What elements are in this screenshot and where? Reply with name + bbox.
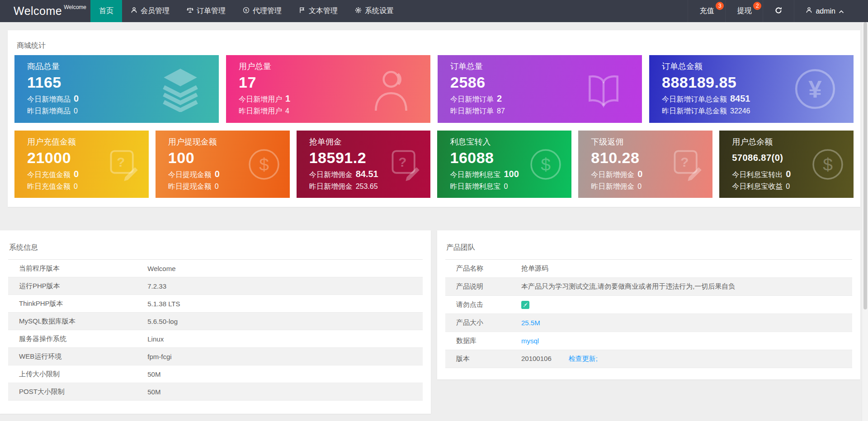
yesterday-value: 0: [215, 182, 219, 190]
row-value: Linux: [137, 330, 423, 348]
scrollbar-thumb[interactable]: [863, 22, 867, 309]
row-label: 请勿点击: [445, 296, 510, 314]
logo-superscript: Welcome: [64, 4, 86, 10]
stat-card-orders-total: 订单总量 2586 今日新增订单2 昨日新增订单87: [438, 55, 642, 123]
table-row: ThinkPHP版本5.1.38 LTS: [8, 295, 423, 313]
yesterday-value: 0: [786, 182, 790, 190]
nav-agents-label: 代理管理: [253, 6, 282, 16]
row-label: 产品大小: [445, 314, 510, 332]
card-title: 用户充值金额: [27, 136, 137, 147]
system-info-table: 当前程序版本Welcome 运行PHP版本7.2.33 ThinkPHP版本5.…: [8, 259, 423, 401]
yesterday-label: 昨日新增订单: [450, 107, 494, 115]
row-label: ThinkPHP版本: [8, 295, 137, 313]
today-value: 0: [74, 94, 79, 103]
stat-card-user-recharge: 用户充值金额 21000 今日充值金额0 昨日充值金额0 ?: [14, 131, 149, 198]
nav-members[interactable]: 会员管理: [122, 0, 178, 22]
user-menu[interactable]: admin: [794, 0, 855, 22]
today-value: 100: [504, 169, 519, 179]
row-value: 7.2.33: [137, 277, 423, 295]
card-title: 抢单佣金: [309, 136, 419, 147]
table-row: 请勿点击: [445, 296, 852, 314]
product-team-table: 产品名称抢单源码 产品说明本产品只为学习测试交流,请勿要做商业或者用于违法行为,…: [445, 259, 852, 368]
today-label: 今日新增订单: [450, 95, 494, 103]
nav-settings[interactable]: 系统设置: [346, 0, 402, 22]
yesterday-label: 昨日提现金额: [168, 182, 212, 190]
table-row: 产品名称抢单源码: [445, 260, 852, 278]
card-title: 利息宝转入: [450, 136, 560, 147]
yesterday-value: 4: [285, 107, 289, 115]
nav-text[interactable]: 文本管理: [290, 0, 346, 22]
table-row: 产品说明本产品只为学习测试交流,请勿要做商业或者用于违法行为,一切后果自负: [445, 278, 852, 296]
panel-title: 系统信息: [9, 243, 38, 253]
system-info-panel: 系统信息 当前程序版本Welcome 运行PHP版本7.2.33 ThinkPH…: [0, 230, 431, 414]
stat-card-order-commission: 抢单佣金 18591.2 今日新增佣金84.51 昨日新增佣金253.65 ?: [297, 131, 431, 198]
row-value: 20100106检查更新;: [510, 350, 852, 368]
panel-title: 产品团队: [446, 243, 475, 253]
row-label: POST大小限制: [8, 383, 137, 401]
stats-row-1: 商品总量 1165 今日新增商品0 昨日新增商品0 用户总量 17 今日新增用户…: [14, 55, 854, 123]
withdraw-badge: 2: [753, 2, 761, 10]
product-team-panel: 产品团队 产品名称抢单源码 产品说明本产品只为学习测试交流,请勿要做商业或者用于…: [437, 230, 860, 379]
database-link[interactable]: mysql: [521, 337, 539, 345]
today-label: 今日新增佣金: [591, 171, 634, 178]
table-row: 数据库mysql: [445, 332, 852, 350]
nav-orders-label: 订单管理: [197, 6, 226, 16]
table-row: POST大小限制50M: [8, 383, 423, 401]
today-label: 今日新增利息宝: [450, 171, 500, 178]
yesterday-value: 87: [497, 107, 505, 115]
stat-card-user-balance: 用户总余额 57086.87(0) 今日利息宝转出0 今日利息宝收益0 $: [719, 131, 854, 198]
refresh-button[interactable]: [763, 0, 794, 22]
help-edit-icon: ?: [387, 147, 422, 182]
navbar: Welcome Welcome 首页 会员管理 订单管理 $ 代理管理 文本管理…: [0, 0, 868, 22]
refresh-icon: [774, 6, 783, 16]
product-size-link[interactable]: 25.5M: [521, 319, 540, 327]
withdraw-button[interactable]: 提现 2: [725, 0, 763, 22]
yesterday-value: 32246: [730, 107, 750, 115]
version-value: 20100106: [521, 355, 552, 362]
nav-orders[interactable]: 订单管理: [178, 0, 234, 22]
recharge-badge: 3: [716, 2, 724, 10]
dollar-circle-icon: $: [246, 147, 282, 182]
svg-text:$: $: [245, 8, 247, 12]
row-value: 5.6.50-log: [137, 313, 423, 330]
today-label: 今日充值金额: [27, 171, 71, 178]
row-value: Welcome: [137, 260, 423, 277]
nav-home-label: 首页: [99, 6, 113, 16]
nav-settings-label: 系统设置: [365, 6, 394, 16]
today-label: 今日新增订单总金额: [662, 95, 727, 103]
table-row: 运行PHP版本7.2.33: [8, 277, 423, 295]
svg-text:?: ?: [117, 154, 125, 169]
yesterday-label: 昨日新增用户: [239, 107, 282, 115]
gear-icon: [355, 7, 365, 15]
today-label: 今日新增商品: [27, 95, 71, 103]
recharge-label: 充值: [699, 6, 714, 16]
vertical-scrollbar[interactable]: [862, 22, 868, 421]
today-value: 8451: [730, 94, 750, 103]
nav-members-label: 会员管理: [141, 6, 170, 16]
table-row: 版本 20100106检查更新;: [445, 350, 852, 368]
yesterday-label: 今日利息宝收益: [732, 182, 783, 190]
today-value: 0: [637, 169, 642, 179]
rocket-icon[interactable]: [521, 301, 529, 309]
table-row: 当前程序版本Welcome: [8, 260, 423, 277]
table-row: MySQL数据库版本5.6.50-log: [8, 313, 423, 330]
today-label: 今日新增佣金: [309, 171, 353, 178]
table-row: WEB运行环境fpm-fcgi: [8, 348, 423, 365]
recharge-button[interactable]: 充值 3: [688, 0, 725, 22]
row-value: 50M: [137, 383, 423, 401]
svg-text:?: ?: [399, 154, 407, 169]
nav-agents[interactable]: $ 代理管理: [234, 0, 290, 22]
table-row: 产品大小25.5M: [445, 314, 852, 332]
nav-home[interactable]: 首页: [90, 0, 122, 22]
nav-text-label: 文本管理: [309, 6, 338, 16]
today-value: 0: [215, 169, 220, 179]
yesterday-label: 昨日新增佣金: [309, 182, 353, 190]
check-update-link[interactable]: 检查更新;: [569, 355, 598, 362]
scales-icon: [187, 7, 197, 15]
svg-text:$: $: [823, 155, 833, 174]
today-label: 今日利息宝转出: [732, 171, 783, 178]
yesterday-label: 昨日充值金额: [27, 182, 71, 190]
svg-text:¥: ¥: [808, 76, 822, 103]
row-value: 50M: [137, 365, 423, 383]
help-edit-icon: ?: [105, 147, 141, 182]
